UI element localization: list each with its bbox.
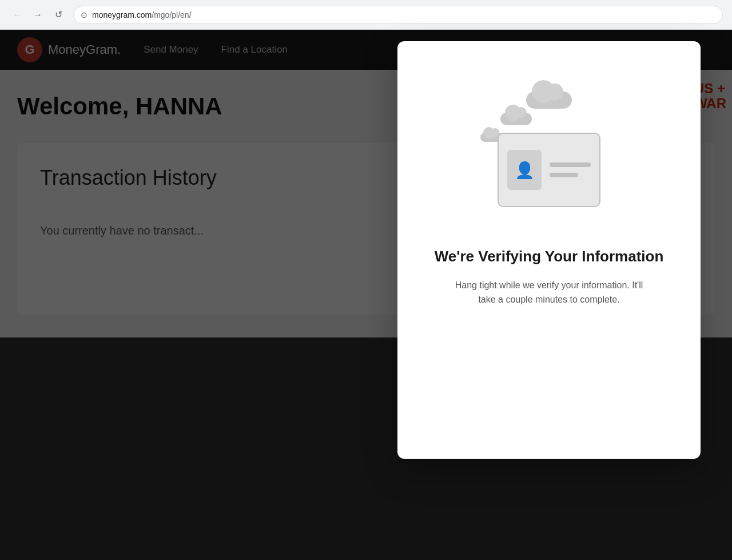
page-background: G MoneyGram. Send Money Find a Location … bbox=[0, 30, 732, 560]
modal-title: We're Verifying Your Information bbox=[435, 247, 664, 267]
refresh-button[interactable]: ↺ bbox=[50, 7, 66, 23]
back-button[interactable]: ← bbox=[9, 7, 25, 23]
modal-overlay: 👤 We're Verifying Your Information Hang … bbox=[0, 30, 732, 560]
id-line-2 bbox=[550, 173, 578, 177]
url-display: moneygram.com/mgo/pl/en/ bbox=[92, 10, 715, 19]
modal-subtitle: Hang tight while we verify your informat… bbox=[452, 278, 646, 307]
url-path: /mgo/pl/en/ bbox=[152, 10, 191, 19]
verification-modal: 👤 We're Verifying Your Information Hang … bbox=[397, 41, 701, 459]
cloud-large-icon bbox=[526, 92, 572, 109]
forward-button[interactable]: → bbox=[30, 7, 46, 23]
address-bar[interactable]: ⊙ moneygram.com/mgo/pl/en/ bbox=[73, 6, 723, 24]
id-lines bbox=[550, 162, 591, 177]
id-avatar-icon: 👤 bbox=[507, 150, 542, 190]
verification-illustration: 👤 bbox=[469, 76, 629, 224]
nav-buttons: ← → ↺ bbox=[9, 7, 66, 23]
url-domain: moneygram.com bbox=[92, 10, 152, 19]
id-line-1 bbox=[550, 162, 591, 167]
id-card-illustration: 👤 bbox=[498, 133, 600, 207]
cloud-small-icon bbox=[500, 113, 532, 125]
security-icon: ⊙ bbox=[81, 10, 87, 19]
browser-chrome: ← → ↺ ⊙ moneygram.com/mgo/pl/en/ bbox=[0, 0, 732, 30]
